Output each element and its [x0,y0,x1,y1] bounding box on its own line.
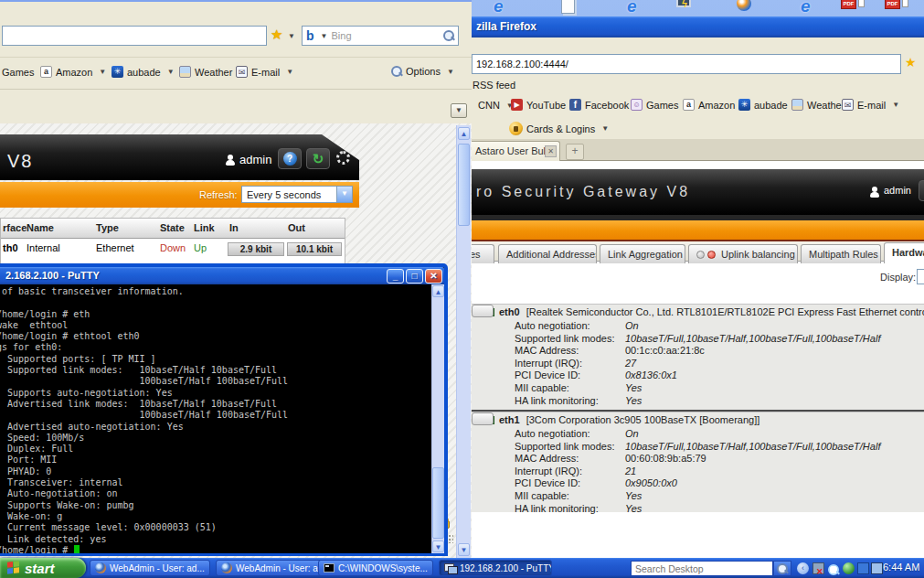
tray-chevron-icon[interactable]: ‹ [797,562,809,574]
tray-network-icon[interactable] [871,562,883,574]
ie-icon[interactable]: e [494,0,517,18]
cell-link: Up [194,242,207,253]
search-icon[interactable] [443,30,454,41]
field-label: Supported link modes: [515,333,614,344]
help-button[interactable] [919,180,924,201]
col-state: State [160,222,185,233]
refresh-interval-select[interactable]: Every 5 seconds ▼ [241,186,353,203]
tab-additional-addresses[interactable]: Additional Addresses [498,244,597,263]
task-label: 192.168.2.100 - PuTTY [460,563,552,573]
fold-button-eth0[interactable] [472,305,494,317]
taskbar-item-cmd[interactable]: C:\WINDOWS\syste... [318,560,433,576]
help-button[interactable]: ? [278,148,302,169]
favorites-caret-icon[interactable]: ▼ [288,32,295,40]
putty-titlebar[interactable]: 2.168.2.100 - PuTTY _ □ ✕ [0,267,444,284]
firefox-titlebar[interactable]: zilla Firefox [467,16,924,37]
remote-desktop-icon[interactable]: ϟ [676,0,700,18]
status-gray-icon [696,251,705,259]
windows-flag-icon [7,561,20,574]
scroll-down-icon[interactable]: ▼ [432,541,444,552]
tray-messenger-icon[interactable] [857,562,869,574]
link-aubade[interactable]: ✳ aubade▼ [112,66,175,78]
document-icon[interactable] [561,0,585,18]
scroll-up-icon[interactable]: ▲ [458,127,470,140]
putty-icon [444,563,456,573]
address-input[interactable] [472,54,901,74]
link-weather[interactable]: Weather [179,66,232,78]
tab-multipath-rules[interactable]: Multipath Rules [801,244,881,263]
scroll-down-icon[interactable]: ▼ [458,543,470,556]
tab-close-icon[interactable]: ✕ [545,145,557,157]
left-address-input[interactable] [2,26,267,46]
firefox-nav-bar: ★ ▼ [467,52,924,77]
left-scrollbar[interactable]: ▲ ▼ [456,125,471,560]
nic-field-row: Auto negotiation:On [472,320,924,333]
pdf-icon-2[interactable]: PDF [885,0,908,18]
question-icon: ? [283,152,297,166]
display-input[interactable] [917,269,924,284]
toolbar-dropdown-button[interactable]: ▼ [451,103,467,118]
field-value: 21 [625,466,636,476]
bing-icon: b [306,28,314,43]
caret-icon[interactable]: ▼ [321,32,328,40]
bookmark-email[interactable]: ✉ E-mail▼ [842,99,899,111]
weather-icon [179,66,191,78]
taskbar-item-webadmin-1[interactable]: WebAdmin - User: ad... [90,560,210,576]
tray-green-orb-icon[interactable] [843,562,855,574]
tab-hardware[interactable]: Hardware [884,242,924,263]
field-value: 10baseT/Full,10baseT/Half,100baseT/Full,… [625,333,880,344]
tray-search-icon[interactable] [828,562,840,574]
favorites-star-icon[interactable]: ★ [271,27,282,43]
desktop-search-button[interactable] [773,561,791,576]
bing-search-box[interactable]: b ▼ Bing [302,26,459,46]
minimize-icon[interactable]: _ [387,269,404,284]
astaro-title: ro Security Gateway V8 [476,184,690,200]
taskbar-item-putty[interactable]: 192.168.2.100 - PuTTY [439,560,552,576]
tray-network-error-icon[interactable]: ✕ [812,562,824,574]
pdf-icon[interactable]: PDF [841,0,865,18]
scrollbar-thumb[interactable] [458,144,470,226]
desktop-search-input[interactable] [631,561,773,576]
bookmark-rss-feed[interactable]: RSS feed [473,80,515,91]
refresh-button[interactable]: ↻ [306,148,330,169]
col-in: In [229,222,239,233]
col-interface: rface [3,222,27,233]
start-button[interactable]: start [0,558,86,578]
ie-e-glyph: e [627,0,637,16]
field-label: Interrupt (IRQ): [515,358,582,369]
nic-field-row: MII capable:Yes [472,382,924,395]
nic-name: eth1 [499,414,520,425]
table-row-eth0[interactable]: th0 Internal Ethernet Down Up 2.9 kbit 1… [1,239,345,261]
bookmark-weather[interactable]: Weather [791,99,844,111]
tab-link-aggregation[interactable]: Link Aggregation [600,244,685,263]
options-gear-icon [391,66,402,77]
link-email[interactable]: ✉ E-mail▼ [236,66,293,78]
nic-field-row: MAC Address:00:1c:c0:aa:21:8c [472,345,924,358]
fold-button-eth1[interactable] [472,412,494,425]
ie-doc-icon[interactable]: e [627,0,651,18]
scrollbar-thumb[interactable] [432,467,444,539]
field-label: Auto negotiation: [515,428,590,439]
bookmark-cards-logins[interactable]: Cards & Logins▼ [509,122,609,135]
bookmark-label: E-mail [857,100,886,111]
terminal[interactable]: d of basic transceiver information. :/ho… [0,284,431,553]
tab-uplink-balancing[interactable]: Uplink balancing [688,244,798,263]
bookmark-star-icon[interactable]: ★ [905,55,917,70]
options-button[interactable]: Options▼ [391,66,454,77]
scroll-up-icon[interactable]: ▲ [432,285,444,297]
terminal-output: d of basic transceiver information. :/ho… [0,286,288,553]
field-value: 27 [625,358,636,369]
maximize-icon[interactable]: □ [406,269,423,284]
link-amazon[interactable]: a Amazon▼ [40,66,106,78]
caret-icon: ▼ [447,68,454,76]
close-icon[interactable]: ✕ [425,269,442,284]
caret-icon: ▼ [286,68,293,76]
ie-doc-icon-2[interactable]: e [801,0,824,18]
bookmark-cnn[interactable]: CNN▼ [478,100,514,111]
media-player-icon[interactable] [737,0,760,18]
tab-astaro-user-bulletin[interactable]: Astaro User Bull... ✕ [469,141,560,161]
putty-scrollbar[interactable]: ▲ ▼ [431,284,444,553]
left-links-bar: Games▼ a Amazon▼ ✳ aubade▼ Weather ✉ E-m… [0,57,472,90]
new-tab-button[interactable]: + [566,144,584,160]
bookmark-label: Amazon [698,100,735,111]
